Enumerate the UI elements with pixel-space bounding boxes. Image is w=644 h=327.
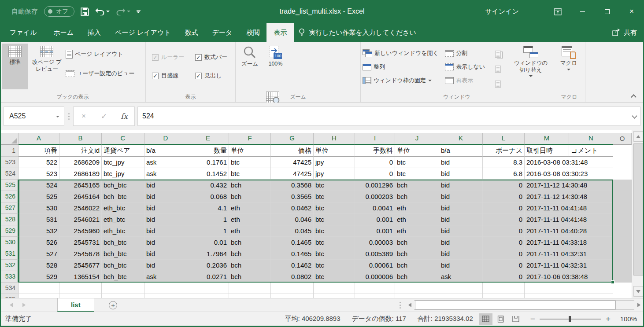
cell[interactable]: 0.000006: [355, 271, 395, 283]
cell[interactable]: 0: [483, 248, 525, 260]
row-header-530[interactable]: 530: [0, 237, 19, 248]
page-break-preview-button[interactable]: 改ページ プレビュー: [30, 44, 63, 89]
cell[interactable]: 0.00061: [355, 260, 395, 271]
cell[interactable]: [144, 294, 187, 298]
cell[interactable]: [569, 271, 613, 283]
cell[interactable]: ask: [144, 168, 187, 180]
cell[interactable]: bch: [229, 248, 271, 260]
cell[interactable]: 8.3: [483, 157, 525, 168]
cell[interactable]: bid: [439, 248, 483, 260]
cell[interactable]: 取引日時: [525, 145, 569, 157]
normal-view-button[interactable]: 標準: [2, 44, 28, 89]
cell[interactable]: [525, 294, 569, 298]
cell[interactable]: btc: [314, 225, 355, 237]
row-header-534[interactable]: 534: [0, 283, 19, 294]
cell[interactable]: 0: [355, 157, 395, 168]
cell[interactable]: bid: [144, 225, 187, 237]
custom-views-button[interactable]: ユーザー設定のビュー: [66, 69, 135, 78]
column-header-M[interactable]: M: [525, 133, 569, 145]
cell[interactable]: 530: [19, 202, 59, 214]
page-layout-view-button[interactable]: ページ レイアウト: [66, 50, 135, 59]
customize-quick-access-toolbar-button[interactable]: [137, 10, 141, 13]
row-header-527[interactable]: 527: [0, 202, 19, 214]
cell[interactable]: btc: [314, 260, 355, 271]
cell[interactable]: 2017-11-11 04:32:31: [525, 248, 569, 260]
cell[interactable]: 0.001: [355, 214, 395, 225]
cell[interactable]: [355, 283, 395, 294]
scroll-down-button[interactable]: [633, 286, 643, 297]
view-side-by-side-button[interactable]: [492, 49, 504, 59]
headings-checkbox[interactable]: ✓ 見出し: [195, 72, 231, 80]
cell[interactable]: 0.00003: [355, 237, 395, 248]
cell[interactable]: 単位: [314, 145, 355, 157]
cell[interactable]: eth_btc: [102, 202, 144, 214]
minimize-button[interactable]: [570, 0, 595, 23]
freeze-panes-button[interactable]: ウィンドウ枠の固定: [363, 76, 439, 85]
row-header-533[interactable]: 533: [0, 271, 19, 283]
cell[interactable]: 47425: [271, 157, 314, 168]
cell[interactable]: [569, 260, 613, 271]
unhide-button[interactable]: 再表示: [445, 76, 485, 85]
cell[interactable]: 1: [187, 225, 229, 237]
cell[interactable]: 価格: [271, 145, 314, 157]
cell[interactable]: ask: [144, 271, 187, 283]
cell[interactable]: btc: [229, 168, 271, 180]
cell[interactable]: 528: [19, 260, 59, 271]
cell[interactable]: btc: [314, 214, 355, 225]
cell[interactable]: 0.1465: [271, 237, 314, 248]
confirm-entry-button[interactable]: ✓: [94, 112, 114, 121]
cell[interactable]: eth: [395, 225, 439, 237]
redo-button[interactable]: [116, 7, 130, 15]
cell[interactable]: 526: [19, 237, 59, 248]
cell[interactable]: bid: [439, 180, 483, 191]
cell[interactable]: [439, 283, 483, 294]
cell[interactable]: 0.1462: [271, 260, 314, 271]
cell[interactable]: 2017-11-12 14:30:48: [525, 191, 569, 202]
cancel-entry-button[interactable]: ×: [74, 112, 94, 121]
cell[interactable]: 0.2036: [187, 260, 229, 271]
cell[interactable]: [102, 283, 144, 294]
cell[interactable]: 2645165: [59, 180, 102, 191]
cell[interactable]: 529: [19, 271, 59, 283]
cell[interactable]: 2546021: [59, 214, 102, 225]
column-header-E[interactable]: E: [187, 133, 229, 145]
cell[interactable]: btc_jpy: [102, 168, 144, 180]
save-icon[interactable]: [81, 7, 89, 16]
maximize-button[interactable]: [595, 0, 619, 23]
cell[interactable]: 0.0271: [187, 271, 229, 283]
row-header-531[interactable]: 531: [0, 248, 19, 260]
cell[interactable]: [314, 283, 355, 294]
cell[interactable]: 532: [19, 225, 59, 237]
cell[interactable]: 2545960: [59, 225, 102, 237]
column-header-G[interactable]: G: [271, 133, 314, 145]
cell[interactable]: [59, 294, 102, 298]
normal-view-toggle[interactable]: [479, 313, 492, 325]
row-header-524[interactable]: 524: [0, 168, 19, 180]
column-header-A[interactable]: A: [19, 133, 59, 145]
cell[interactable]: 524: [19, 180, 59, 191]
cell[interactable]: bid: [144, 248, 187, 260]
cell[interactable]: [569, 180, 613, 191]
cell[interactable]: bid: [439, 157, 483, 168]
cell[interactable]: 1365154: [59, 271, 102, 283]
cell[interactable]: bch_btc: [102, 191, 144, 202]
cell[interactable]: 0.001296: [355, 180, 395, 191]
cell[interactable]: [187, 294, 229, 298]
tab-scrollbar-divider[interactable]: [400, 302, 401, 309]
cell[interactable]: 0: [355, 168, 395, 180]
column-header-N[interactable]: N: [569, 133, 613, 145]
cell[interactable]: [395, 294, 439, 298]
cell[interactable]: bid: [439, 202, 483, 214]
cell[interactable]: ask: [439, 271, 483, 283]
row-header-1[interactable]: 1: [0, 145, 19, 157]
tab-データ[interactable]: データ: [205, 23, 240, 42]
cell[interactable]: [569, 248, 613, 260]
horizontal-scrollbar-thumb[interactable]: [415, 301, 616, 309]
cell[interactable]: 1: [187, 214, 229, 225]
cell[interactable]: bid: [439, 191, 483, 202]
cell[interactable]: 0.0462: [271, 202, 314, 214]
ruler-checkbox[interactable]: ✓ ルーラー: [152, 53, 195, 61]
cell[interactable]: bch_btc: [102, 260, 144, 271]
cell[interactable]: 2016-03-08 03:30:23: [525, 168, 569, 180]
synchronous-scrolling-button[interactable]: [492, 64, 504, 74]
